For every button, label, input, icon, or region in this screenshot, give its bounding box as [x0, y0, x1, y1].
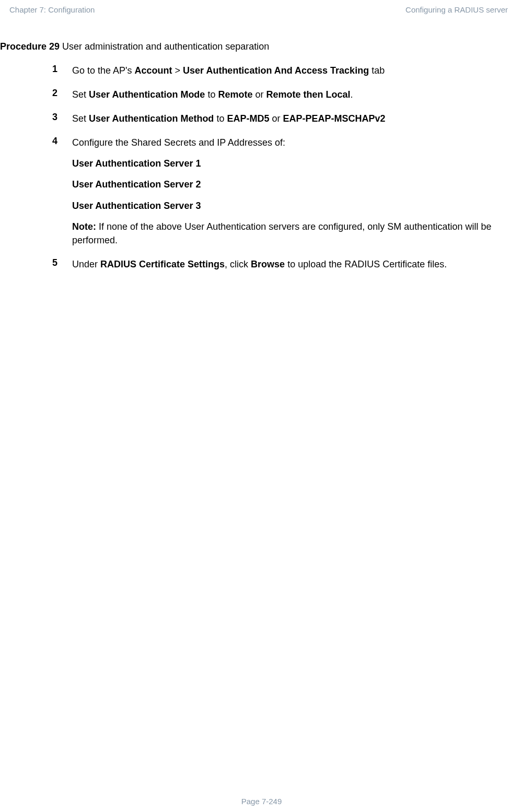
text: to upload the RADIUS Certificate files.	[285, 259, 447, 269]
text: Set	[72, 113, 89, 124]
text-bold: RADIUS Certificate Settings	[100, 259, 225, 269]
page-content: Procedure 29 User administration and aut…	[0, 14, 515, 271]
text-bold: User Authentication Method	[89, 113, 214, 124]
page-header: Chapter 7: Configuration Configuring a R…	[0, 5, 515, 14]
text-bold: Remote	[218, 89, 252, 100]
text-bold: EAP-MD5	[227, 113, 269, 124]
procedure-title: Procedure 29 User administration and aut…	[0, 41, 515, 52]
step-body: Set User Authentication Mode to Remote o…	[72, 88, 358, 101]
text: tab	[369, 65, 385, 76]
text-bold: User Authentication Server 1	[72, 157, 510, 170]
text-bold: Account	[135, 65, 172, 76]
step-3: 3 Set User Authentication Method to EAP-…	[52, 112, 515, 125]
step-number: 5	[52, 257, 72, 271]
step-body: Set User Authentication Method to EAP-MD…	[72, 112, 390, 125]
step-number: 2	[52, 88, 72, 101]
text: Set	[72, 89, 89, 100]
text: , click	[225, 259, 251, 269]
header-chapter: Chapter 7: Configuration	[9, 5, 95, 14]
text-bold: Browse	[251, 259, 285, 269]
step-number: 1	[52, 64, 72, 77]
text: or	[269, 113, 283, 124]
text: Configure the Shared Secrets and IP Addr…	[72, 136, 510, 149]
step-4: 4 Configure the Shared Secrets and IP Ad…	[52, 136, 515, 247]
step-number: 3	[52, 112, 72, 125]
step-body: Configure the Shared Secrets and IP Addr…	[72, 136, 515, 247]
steps-list: 1 Go to the AP's Account > User Authenti…	[0, 64, 515, 271]
procedure-label: Procedure 29	[0, 41, 60, 52]
procedure-name: User administration and authentication s…	[60, 41, 269, 52]
note-text: If none of the above User Authentication…	[72, 221, 491, 245]
text-bold: User Authentication Mode	[89, 89, 205, 100]
text: to	[205, 89, 218, 100]
text: or	[252, 89, 266, 100]
step-body: Under RADIUS Certificate Settings, click…	[72, 257, 452, 271]
header-section: Configuring a RADIUS server	[405, 5, 508, 14]
text-bold: User Authentication Server 3	[72, 199, 510, 213]
text: .	[350, 89, 353, 100]
text: to	[214, 113, 227, 124]
text: Under	[72, 259, 100, 269]
text: >	[172, 65, 183, 76]
step-1: 1 Go to the AP's Account > User Authenti…	[52, 64, 515, 77]
step-body: Go to the AP's Account > User Authentica…	[72, 64, 390, 77]
step-number: 4	[52, 136, 72, 247]
text-bold: EAP-PEAP-MSCHAPv2	[283, 113, 385, 124]
text-bold: User Authentication Server 2	[72, 178, 510, 191]
text-bold: User Authentication And Access Tracking	[183, 65, 369, 76]
note-label: Note:	[72, 221, 96, 232]
page-footer: Page 7-249	[0, 797, 523, 806]
step-2: 2 Set User Authentication Mode to Remote…	[52, 88, 515, 101]
step-5: 5 Under RADIUS Certificate Settings, cli…	[52, 257, 515, 271]
text-bold: Remote then Local	[266, 89, 350, 100]
text: Go to the AP's	[72, 65, 135, 76]
